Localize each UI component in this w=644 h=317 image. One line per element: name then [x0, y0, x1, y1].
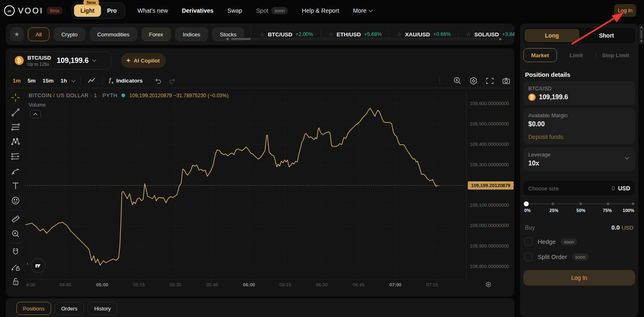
favorites-star-button[interactable]: ★ [10, 27, 24, 41]
size-input[interactable]: Choose size 0 USD [523, 181, 635, 196]
legend-values: 109,199.20120879 −31.78975230 (−0.03%) [129, 93, 229, 98]
category-tab-forex[interactable]: Forex [141, 27, 171, 41]
nav-links: What's new Derivatives Swap Spot soon He… [137, 7, 372, 14]
nav-whats-new[interactable]: What's new [137, 7, 168, 14]
nav-more[interactable]: More [353, 7, 372, 14]
leverage-card[interactable]: Leverage 10x [523, 147, 635, 171]
vooi-logo[interactable]: ∞ VOOI Beta [4, 5, 63, 16]
new-badge: New [83, 0, 99, 6]
side-selector: Long Short [523, 28, 635, 43]
indicators-button[interactable]: ƒx Indicators [108, 77, 143, 85]
slider-labels: 0% 25% 50% 75% 100% [524, 208, 634, 214]
prediction-tool-icon[interactable] [9, 150, 22, 163]
timeframe-1m[interactable]: 1m [13, 78, 21, 84]
scrollbar-thumb[interactable] [231, 38, 251, 40]
volume-expand-button[interactable] [30, 110, 41, 118]
fib-retracement-icon[interactable] [9, 120, 22, 134]
ai-copilot-button[interactable]: ✦ AI Copilot [121, 53, 166, 68]
text-tool-icon[interactable] [9, 179, 22, 193]
time-axis-label: 06:15 [276, 282, 294, 287]
tab-orders[interactable]: Orders [55, 302, 84, 315]
vooi-logo-icon: ∞ [4, 5, 15, 16]
slider-dot-25[interactable] [552, 203, 554, 205]
scroll-down-icon[interactable]: ▼ [640, 40, 643, 43]
time-axis[interactable]: 4:3004:4505:0005:1505:3005:4506:0006:150… [25, 279, 464, 290]
scroll-right-icon[interactable]: ▶ [499, 37, 502, 41]
category-tab-commodities[interactable]: Commodities [90, 27, 137, 41]
mode-light-button[interactable]: Light [74, 4, 101, 17]
category-tab-indices[interactable]: Indices [175, 27, 208, 41]
chart-settings-icon[interactable] [469, 76, 478, 86]
time-axis-label: 05:45 [203, 282, 221, 287]
split-order-checkbox[interactable] [524, 252, 533, 261]
scrollbar-thumb[interactable] [640, 30, 642, 39]
timeframe-more-icon[interactable] [71, 78, 75, 82]
live-status-dot [121, 94, 125, 97]
symbol-leverage-note: Up to 125x [27, 62, 51, 67]
order-type-stop-limit[interactable]: Stop Limit [596, 52, 635, 58]
short-tab[interactable]: Short [579, 29, 634, 42]
slider-thumb[interactable] [524, 201, 529, 206]
slider-dot-50[interactable] [579, 203, 582, 205]
size-slider[interactable] [524, 201, 634, 206]
slider-dot-100[interactable] [632, 203, 634, 205]
nav-swap[interactable]: Swap [227, 7, 242, 14]
collapse-rail-icon[interactable]: ‹ [27, 260, 28, 266]
time-axis-label: 05:15 [130, 282, 148, 287]
price-chart[interactable]: BITCOIN / US DOLLAR · 1 · PYTH 109,199.2… [25, 91, 464, 279]
deposit-funds-link[interactable]: Deposit funds [528, 134, 630, 140]
emoji-tool-icon[interactable] [9, 194, 22, 208]
timeframe-15m[interactable]: 15m [43, 78, 54, 84]
chart-plot-svg[interactable] [25, 91, 464, 279]
symbol-selector[interactable]: ₿ BTC/USD Up to 125x 109,199.6 [11, 51, 111, 69]
price-axis[interactable]: 109,600.00000000109,500.00000000109,400.… [466, 91, 514, 279]
size-value: 0 [612, 185, 615, 192]
ticker-vertical-scrollbar[interactable]: ▲ ▼ [639, 25, 644, 44]
trend-line-icon[interactable] [9, 105, 22, 119]
price-axis-label: 108,800.00000000 [470, 264, 509, 269]
scrollbar-track[interactable] [230, 38, 498, 40]
mode-pro-button[interactable]: Pro [101, 4, 123, 17]
zoom-in-icon[interactable] [9, 227, 22, 241]
drawing-lock-icon[interactable] [9, 260, 22, 274]
order-type-limit[interactable]: Limit [557, 52, 596, 58]
ruler-icon[interactable] [9, 212, 22, 226]
long-tab[interactable]: Long [525, 29, 579, 42]
category-tab-all[interactable]: All [28, 27, 49, 41]
login-button-top[interactable]: Log In [614, 4, 636, 17]
divider [440, 76, 440, 85]
xabcd-pattern-icon[interactable] [9, 135, 22, 149]
crosshair-icon[interactable] [9, 91, 22, 105]
redo-icon[interactable] [168, 76, 177, 85]
brush-tool-icon[interactable] [9, 164, 22, 178]
unlock-icon[interactable] [9, 275, 22, 288]
timeframe-5m[interactable]: 5m [28, 78, 36, 84]
order-type-market[interactable]: Market [523, 48, 557, 62]
tradingview-logo[interactable] [31, 258, 45, 273]
order-type-selector: Market Limit Stop Limit [523, 48, 635, 62]
timeframe-1h[interactable]: 1h [61, 78, 67, 84]
positions-panel: Positions Orders History [6, 298, 514, 317]
vooi-trading-app: ∞ VOOI Beta New Light Pro What's new Der… [0, 0, 644, 317]
nav-help-report[interactable]: Help & Report [302, 7, 339, 14]
chart-style-icon[interactable] [87, 76, 96, 86]
scroll-left-icon[interactable]: ◀ [226, 37, 229, 41]
position-details-title: Position details [525, 71, 635, 78]
screenshot-camera-icon[interactable] [501, 76, 511, 86]
axis-settings-gear-icon[interactable] [485, 281, 492, 288]
nav-spot[interactable]: Spot soon [256, 7, 288, 14]
ticker-horizontal-scrollbar[interactable]: ◀ ▶ [226, 36, 502, 42]
chart-panel: ₿ BTC/USD Up to 125x 109,199.6 ✦ AI Copi… [6, 48, 514, 297]
tab-positions[interactable]: Positions [16, 302, 51, 315]
nav-derivatives[interactable]: Derivatives [182, 7, 213, 14]
tab-history[interactable]: History [88, 302, 117, 315]
fullscreen-icon[interactable] [485, 76, 495, 86]
category-tab-crypto[interactable]: Crypto [54, 27, 85, 41]
hedge-checkbox[interactable] [524, 237, 533, 246]
slider-dot-75[interactable] [607, 203, 609, 205]
scroll-up-icon[interactable]: ▲ [640, 25, 643, 29]
undo-icon[interactable] [153, 76, 162, 85]
magnet-icon[interactable] [9, 245, 22, 259]
login-button-trade[interactable]: Log In [523, 270, 635, 286]
quick-search-icon[interactable] [452, 76, 462, 86]
